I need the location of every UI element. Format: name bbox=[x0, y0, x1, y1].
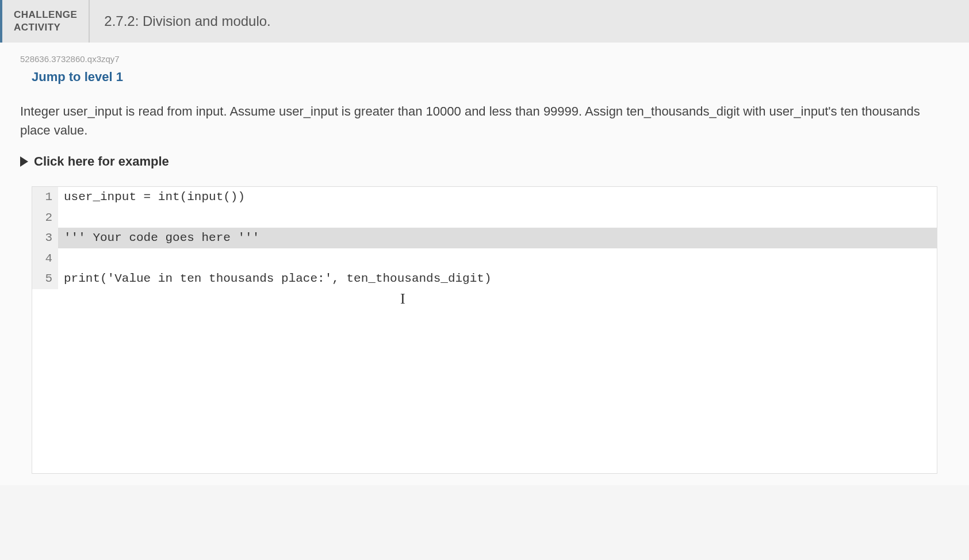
text-cursor-icon: I bbox=[400, 287, 405, 310]
code-editor[interactable]: 1 user_input = int(input()) 2 3 ''' Your… bbox=[32, 186, 937, 474]
code-content[interactable]: print('Value in ten thousands place:', t… bbox=[58, 269, 937, 289]
code-content[interactable]: ''' Your code goes here ''' bbox=[58, 228, 937, 248]
badge-line-1: CHALLENGE bbox=[14, 9, 77, 21]
line-number: 2 bbox=[32, 208, 58, 228]
jump-to-level-link[interactable]: Jump to level 1 bbox=[32, 70, 123, 85]
example-toggle[interactable]: Click here for example bbox=[20, 154, 949, 169]
triangle-right-icon bbox=[20, 156, 28, 167]
code-content[interactable] bbox=[58, 208, 937, 228]
line-number: 3 bbox=[32, 228, 58, 248]
content-area: 528636.3732860.qx3zqy7 Jump to level 1 I… bbox=[0, 43, 969, 485]
badge-line-2: ACTIVITY bbox=[14, 21, 77, 34]
line-number: 1 bbox=[32, 187, 58, 208]
line-number: 4 bbox=[32, 248, 58, 269]
line-number: 5 bbox=[32, 269, 58, 289]
challenge-badge: CHALLENGE ACTIVITY bbox=[2, 0, 90, 43]
problem-description: Integer user_input is read from input. A… bbox=[20, 102, 949, 140]
code-content[interactable] bbox=[58, 248, 937, 269]
main-container: CHALLENGE ACTIVITY 2.7.2: Division and m… bbox=[0, 0, 969, 485]
code-content[interactable]: user_input = int(input()) bbox=[58, 187, 937, 208]
code-line[interactable]: 2 bbox=[32, 208, 937, 228]
code-line-highlighted[interactable]: 3 ''' Your code goes here ''' bbox=[32, 228, 937, 248]
challenge-header: CHALLENGE ACTIVITY 2.7.2: Division and m… bbox=[0, 0, 969, 43]
challenge-title: 2.7.2: Division and modulo. bbox=[90, 0, 285, 43]
code-line[interactable]: 1 user_input = int(input()) bbox=[32, 187, 937, 208]
code-line[interactable]: 4 bbox=[32, 248, 937, 269]
code-line[interactable]: 5 print('Value in ten thousands place:',… bbox=[32, 269, 937, 289]
activity-id-code: 528636.3732860.qx3zqy7 bbox=[20, 54, 949, 64]
example-toggle-label: Click here for example bbox=[34, 154, 169, 169]
